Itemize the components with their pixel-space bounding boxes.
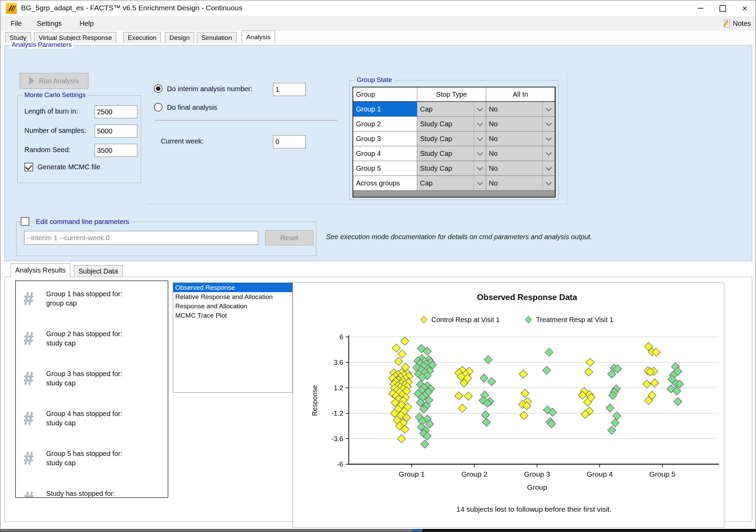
data-point[interactable] [606,404,614,412]
data-point[interactable] [519,370,527,378]
status-listbox[interactable]: #Group 1 has stopped for:group cap#Group… [15,280,168,498]
gs-all-in-dropdown[interactable]: No [486,117,555,131]
current-week-input[interactable] [273,135,306,148]
tab-execution[interactable]: Execution [123,32,161,43]
gs-stop-type-dropdown[interactable]: Study Cap [417,131,486,146]
gs-all-in-dropdown[interactable]: No [486,102,555,117]
status-item[interactable]: #Group 5 has stopped for:study cap [16,446,168,486]
mc-field-input[interactable] [95,125,137,138]
data-point[interactable] [545,348,553,357]
legend-marker-icon [525,316,532,323]
tab-analysis-results[interactable]: Analysis Results [11,263,70,277]
status-item[interactable]: #Group 4 has stopped for:study cap [16,406,168,446]
data-point[interactable] [674,397,682,406]
data-point[interactable] [395,357,403,365]
edit-cmd-checkbox[interactable] [21,217,29,226]
chevron-down-icon[interactable] [543,176,555,190]
gs-group-cell[interactable]: Group 5 [353,161,417,176]
menu-help[interactable]: Help [75,16,98,31]
chevron-down-icon[interactable] [474,176,486,190]
generate-mcmc-checkbox[interactable] [24,163,33,171]
data-point[interactable] [480,374,488,382]
data-point[interactable] [651,379,659,387]
hash-icon: # [23,288,33,309]
data-point[interactable] [481,411,490,419]
gs-group-cell[interactable]: Across groups [353,176,417,191]
data-point[interactable] [458,404,466,412]
status-item[interactable]: #Group 1 has stopped for:group cap [16,286,168,326]
gs-group-cell[interactable]: Group 2 [353,117,417,131]
chevron-down-icon[interactable] [543,146,555,161]
chevron-down-icon[interactable] [474,131,486,146]
gs-group-cell[interactable]: Group 4 [353,146,417,161]
observed-response-chart: Observed Response DataControl Resp at Vi… [293,283,724,527]
data-point[interactable] [464,392,472,400]
data-point[interactable] [543,366,551,374]
status-item[interactable]: #Study has stopped for:study cap [16,486,168,498]
chevron-down-icon[interactable] [474,161,486,175]
plot-type-relative-response-and-allocation[interactable]: Relative Response and Allocation [173,292,292,301]
data-point[interactable] [482,418,491,426]
plot-type-observed-response[interactable]: Observed Response [173,283,292,292]
mc-field-input[interactable] [95,144,137,157]
chevron-down-icon[interactable] [543,131,555,146]
notes-button[interactable]: Notes [723,16,751,31]
chevron-down-icon[interactable] [543,117,555,131]
gs-stop-type-dropdown[interactable]: Study Cap [417,146,486,161]
data-point[interactable] [455,392,463,400]
chevron-down-icon[interactable] [474,102,486,116]
cmd-input[interactable] [24,231,258,245]
plot-type-listbox[interactable]: Observed ResponseRelative Response and A… [173,283,293,393]
tab-analysis[interactable]: Analysis [242,31,275,43]
data-point[interactable] [398,350,406,358]
data-point[interactable] [611,419,619,427]
gs-all-in-dropdown[interactable]: No [486,161,555,176]
data-point[interactable] [608,426,616,434]
data-point[interactable] [401,337,409,345]
data-point[interactable] [520,411,528,419]
data-point[interactable] [397,435,406,443]
gs-group-cell[interactable]: Group 1 [353,102,417,117]
reset-button[interactable]: Reset [265,230,313,245]
data-point[interactable] [643,380,651,388]
gs-stop-type-dropdown[interactable]: Study Cap [417,117,486,131]
plot-type-mcmc-trace-plot[interactable]: MCMC Trace Plot [173,311,292,320]
y-tick-label: -6 [337,460,343,468]
gs-all-in-dropdown[interactable]: No [486,131,555,146]
data-point[interactable] [421,440,429,448]
data-point[interactable] [521,389,529,397]
close-button[interactable]: × [734,0,756,16]
data-point[interactable] [487,377,496,386]
menu-settings[interactable]: Settings [32,16,66,31]
gs-stop-type-dropdown[interactable]: Study Cap [417,161,486,176]
status-line1: Group 5 has stopped for: [46,449,122,458]
do-interim-radio[interactable] [154,84,162,93]
run-analysis-button[interactable]: Run Analysis [20,73,88,89]
chevron-down-icon[interactable] [474,146,486,161]
chevron-down-icon[interactable] [543,161,555,175]
data-point[interactable] [392,344,400,352]
maximize-button[interactable] [712,0,734,16]
chevron-down-icon[interactable] [474,117,486,131]
gs-group-cell[interactable]: Group 3 [353,131,417,146]
tab-simulation[interactable]: Simulation [197,32,237,43]
tab-design[interactable]: Design [165,32,194,43]
gs-all-in-dropdown[interactable]: No [486,146,555,161]
gs-stop-type-dropdown[interactable]: Cap [417,102,486,117]
mc-field-input[interactable] [95,105,137,118]
interim-number-input[interactable] [273,83,306,96]
data-point[interactable] [586,358,594,366]
do-final-radio[interactable] [154,103,162,111]
gs-stop-type-dropdown[interactable]: Cap [417,176,486,191]
status-item[interactable]: #Group 3 has stopped for:study cap [16,366,168,406]
gs-all-in-dropdown[interactable]: No [486,176,555,191]
plot-type-response-and-allocation[interactable]: Response and Allocation [173,301,292,311]
status-item[interactable]: #Group 2 has stopped for:study cap [16,326,168,366]
menu-file[interactable]: File [6,16,27,31]
data-point[interactable] [585,368,593,376]
gs-col-header: Stop Type [417,87,486,102]
gs-filler-row [353,191,555,195]
tab-subject-data[interactable]: Subject Data [74,265,123,277]
chevron-down-icon[interactable] [543,102,555,116]
minimize-button[interactable] [690,0,712,16]
